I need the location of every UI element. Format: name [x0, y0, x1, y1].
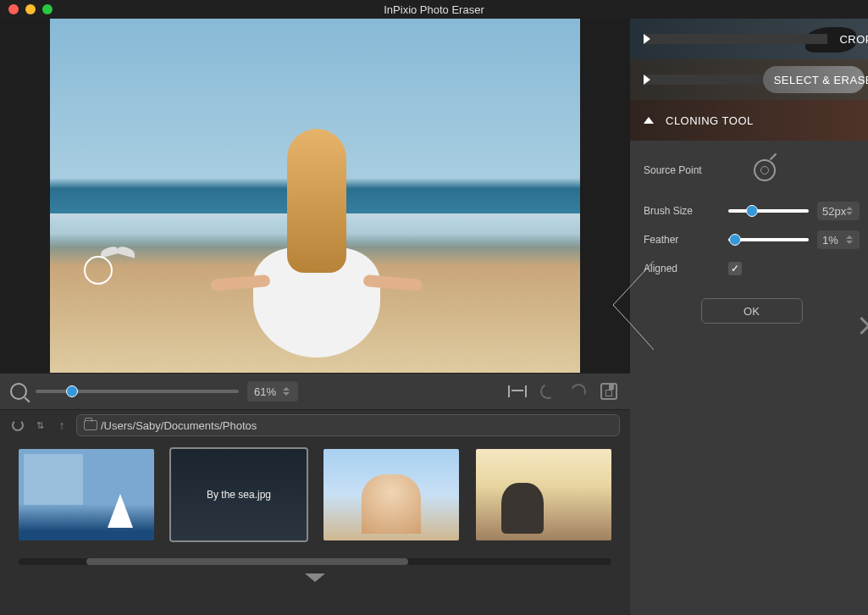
fit-to-screen-button[interactable]	[506, 380, 528, 402]
path-field[interactable]: /Users/Saby/Documents/Photos	[76, 414, 620, 436]
feather-field[interactable]: 1%	[817, 230, 860, 249]
brush-size-field[interactable]: 52px	[817, 202, 860, 220]
expand-icon	[644, 75, 762, 85]
sort-button[interactable]: ⇅	[32, 418, 47, 433]
expand-icon	[644, 34, 827, 44]
undo-button[interactable]	[537, 380, 559, 402]
path-row: ⇅ ↑ /Users/Saby/Documents/Photos	[0, 410, 630, 440]
feather-thumb[interactable]	[729, 234, 741, 246]
brush-size-thumb[interactable]	[746, 205, 758, 217]
ok-button[interactable]: OK	[701, 298, 803, 324]
save-button[interactable]	[598, 380, 620, 402]
refresh-button[interactable]	[10, 418, 25, 433]
brush-size-label: Brush Size	[644, 205, 720, 217]
magnifier-icon	[10, 383, 27, 400]
subject-figure	[228, 129, 406, 349]
titlebar: InPixio Photo Eraser	[0, 0, 868, 19]
scrollbar-thumb[interactable]	[86, 558, 408, 565]
window-title: InPixio Photo Eraser	[0, 3, 868, 16]
feather-slider[interactable]	[728, 238, 809, 241]
source-point-label: Source Point	[644, 164, 720, 176]
aligned-checkbox[interactable]	[728, 262, 742, 275]
select-erase-panel-header[interactable]: SELECT & ERASE	[630, 59, 868, 100]
parent-folder-button[interactable]: ↑	[54, 418, 69, 433]
path-text: /Users/Saby/Documents/Photos	[101, 419, 257, 432]
zoom-slider[interactable]	[36, 390, 239, 393]
feather-value: 1%	[822, 234, 838, 247]
feather-label: Feather	[644, 234, 720, 246]
zoom-percent-value: 61%	[254, 385, 276, 398]
next-panel-button[interactable]	[855, 319, 868, 332]
cloning-tool-panel-header[interactable]: CLONING TOOL	[630, 100, 868, 141]
collapse-icon	[644, 117, 654, 124]
brush-cursor	[84, 256, 113, 285]
thumbnails-row: By the sea.jpg	[0, 440, 630, 555]
thumbnail-1[interactable]	[19, 449, 154, 540]
thumbnail-2[interactable]: By the sea.jpg	[171, 449, 307, 540]
tools-sidebar: CROP SELECT & ERASE CLONING TOOL Source …	[630, 19, 868, 615]
aligned-label: Aligned	[644, 263, 720, 274]
thumbnail-filename: By the sea.jpg	[207, 489, 271, 501]
clone-label: CLONING TOOL	[666, 114, 754, 127]
thumbnail-3[interactable]	[323, 449, 459, 540]
crop-label: CROP	[839, 33, 868, 46]
crop-panel-header[interactable]: CROP	[630, 19, 868, 59]
brush-size-slider[interactable]	[728, 209, 809, 213]
cloning-tool-panel: Source Point Brush Size 52px Feather	[630, 141, 868, 324]
source-point-button[interactable]	[754, 159, 776, 181]
thumbnails-scrollbar[interactable]	[19, 558, 611, 565]
collapse-browser-button[interactable]	[305, 573, 325, 582]
current-photo[interactable]	[50, 19, 580, 373]
brush-size-value: 52px	[822, 205, 846, 218]
thumbnail-4[interactable]	[476, 449, 611, 540]
zoom-toolbar: 61%	[0, 373, 630, 410]
brush-size-stepper[interactable]	[846, 202, 854, 219]
erase-label: SELECT & ERASE	[774, 74, 868, 86]
canvas-area[interactable]	[0, 19, 630, 373]
redo-button[interactable]	[567, 380, 589, 402]
zoom-slider-thumb[interactable]	[66, 385, 78, 397]
feather-stepper[interactable]	[846, 231, 854, 248]
ok-label: OK	[744, 305, 760, 318]
folder-icon	[84, 420, 97, 430]
zoom-stepper[interactable]	[283, 383, 291, 400]
zoom-percent-field[interactable]: 61%	[247, 381, 298, 402]
